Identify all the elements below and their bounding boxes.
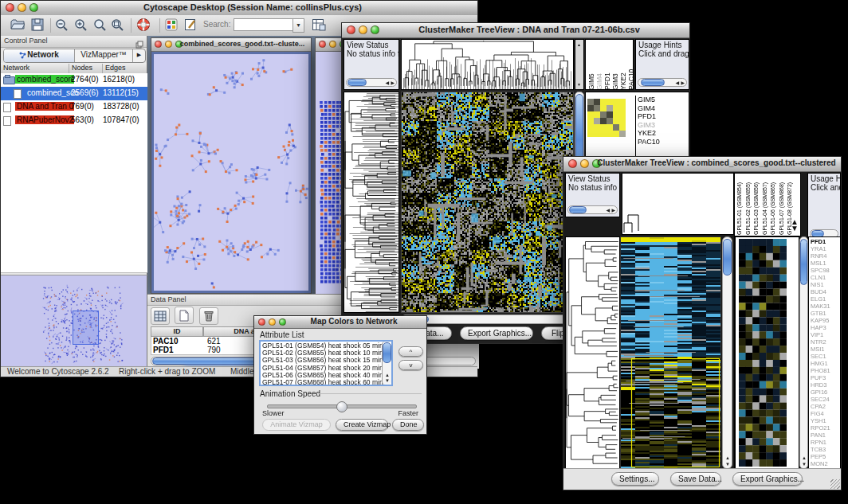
attribute-item[interactable]: GPL51-07 (GSM868) heat shock 60 min	[262, 379, 380, 386]
help-icon[interactable]	[136, 18, 151, 35]
gene-label[interactable]: GIM3	[638, 121, 689, 130]
gene-label[interactable]: SEC24	[811, 396, 830, 403]
search-input[interactable]	[234, 18, 296, 31]
gene-label[interactable]: HRD3	[811, 381, 830, 389]
create-vizmap-button[interactable]: Create Vizmap	[336, 419, 388, 431]
attribute-list-scrollbar[interactable]: ▲▼	[382, 342, 391, 385]
minimize-button[interactable]	[359, 25, 367, 34]
tab-more[interactable]: ▶	[133, 49, 145, 62]
main-titlebar[interactable]: Cytoscape Desktop (Session Name: collins…	[1, 1, 477, 16]
heatmap[interactable]	[620, 236, 721, 469]
column-dendrogram[interactable]	[622, 173, 734, 235]
gene-label[interactable]: FIG4	[811, 410, 830, 417]
column-dendrogram[interactable]	[401, 39, 574, 90]
treeview-dna-titlebar[interactable]: ClusterMaker TreeView : DNA and Tran 07-…	[342, 23, 689, 38]
resize-grip[interactable]	[830, 479, 840, 489]
correlation-matrix[interactable]	[587, 99, 626, 137]
slider-thumb[interactable]	[336, 401, 347, 412]
zoom-button[interactable]	[279, 318, 286, 326]
move-down-button[interactable]: v	[398, 360, 423, 370]
export-graphics-button[interactable]: Export Graphics...	[732, 472, 803, 486]
gene-label[interactable]: MON2	[811, 460, 830, 467]
gene-label[interactable]: MSI1	[811, 346, 830, 353]
trash-icon[interactable]	[199, 307, 218, 325]
network-row[interactable]: RNAPuberNov2+563(0)107847(0)	[1, 114, 147, 127]
map-colors-titlebar[interactable]: Map Colors to Network	[254, 316, 426, 329]
tab-network[interactable]: Network	[4, 49, 75, 62]
vizmapper-icon[interactable]	[165, 18, 179, 34]
gene-label[interactable]: ELG1	[811, 295, 830, 303]
network-view-titlebar[interactable]: combined_scores_good.txt--cluste...	[151, 38, 311, 52]
usage-hints-scrollbar[interactable]: ◀▶	[638, 78, 687, 87]
minimize-button[interactable]	[269, 318, 276, 326]
heatmap-vscrollbar[interactable]: ▲▼	[722, 236, 732, 469]
close-button[interactable]	[6, 3, 14, 12]
close-button[interactable]	[258, 318, 265, 326]
move-up-button[interactable]: ^	[398, 346, 423, 357]
view-status-scrollbar[interactable]: ◀▶	[567, 205, 618, 214]
network-row[interactable]: combined_sco2569(6)13112(15)	[1, 87, 147, 100]
save-data-button[interactable]: Save Data...	[670, 472, 721, 486]
gene-label[interactable]: HMG1	[811, 360, 830, 367]
zoom-heatmap[interactable]	[739, 239, 787, 467]
gene-label[interactable]: KAP95	[811, 317, 830, 324]
open-folder-icon[interactable]	[10, 18, 25, 34]
minimize-button[interactable]	[165, 41, 172, 48]
close-button[interactable]	[155, 41, 162, 48]
gene-label[interactable]: CPA2	[811, 403, 830, 410]
gene-label[interactable]: PFD1	[811, 238, 830, 245]
gene-label[interactable]: PUF3	[811, 374, 830, 381]
tab-vizmapper[interactable]: VizMapper™	[75, 49, 133, 62]
heatmap[interactable]	[401, 92, 574, 313]
gene-label[interactable]: PEP5	[811, 453, 830, 460]
gene-list-scrollbar[interactable]: ▲▼	[799, 236, 808, 469]
gene-label[interactable]: PAN1	[811, 432, 830, 439]
gene-label[interactable]: GIM4	[638, 104, 689, 113]
gene-label[interactable]: NIS1	[811, 281, 830, 288]
gene-label[interactable]: GIM5	[638, 96, 689, 104]
birdseye-view[interactable]	[1, 275, 147, 366]
save-icon[interactable]	[31, 18, 44, 34]
minimize-button[interactable]	[580, 159, 589, 168]
network-graph-canvas[interactable]	[154, 54, 308, 291]
gene-label[interactable]: TCB3	[811, 446, 830, 453]
network-row[interactable]: combined_scores_2764(0)16218(0)	[1, 73, 147, 87]
gene-label[interactable]: VIP1	[811, 331, 830, 338]
gene-label[interactable]: HAP3	[811, 324, 830, 331]
gene-label[interactable]: MAK31	[811, 303, 830, 310]
gene-label[interactable]: PAC10	[638, 138, 689, 147]
settings-button[interactable]: Settings...	[611, 472, 659, 486]
gene-label[interactable]: CLN1	[811, 274, 830, 281]
view-status-scrollbar[interactable]: ◀▶	[346, 78, 397, 87]
import-table-icon[interactable]	[312, 18, 326, 34]
gene-label[interactable]: PHO81	[811, 367, 830, 374]
treeview-combined-titlebar[interactable]: ClusterMaker TreeView : combined_scores_…	[563, 157, 841, 172]
gene-label[interactable]: BUD4	[811, 288, 830, 295]
gene-label[interactable]: YRA1	[811, 245, 830, 252]
gene-label[interactable]: YSH1	[811, 417, 830, 424]
minimize-button[interactable]	[329, 41, 336, 48]
close-button[interactable]	[347, 25, 355, 34]
row-dendrogram[interactable]	[565, 236, 620, 469]
data-table-header-id[interactable]: ID	[151, 326, 203, 337]
gene-label[interactable]: RPN1	[811, 439, 830, 446]
dendrogram-spinner[interactable]: ▲ ▼	[575, 39, 584, 90]
attribute-grid-icon[interactable]	[151, 307, 170, 325]
minimize-button[interactable]	[18, 3, 26, 12]
gene-label[interactable]: SEC1	[811, 353, 830, 360]
zoom-out-icon[interactable]	[55, 18, 69, 35]
zoom-in-icon[interactable]	[74, 18, 88, 35]
row-dendrogram[interactable]	[344, 92, 399, 313]
gene-label[interactable]: RPO21	[811, 424, 830, 432]
animate-vizmap-button[interactable]: Animate Vizmap	[262, 419, 331, 431]
gene-label[interactable]: GPI16	[811, 389, 830, 396]
close-button[interactable]	[568, 159, 577, 168]
close-button[interactable]	[319, 41, 326, 48]
new-document-icon[interactable]	[175, 307, 194, 324]
export-graphics-button[interactable]: Export Graphics...	[460, 326, 533, 340]
zoom-fit-icon[interactable]	[93, 18, 107, 35]
gene-label[interactable]: PFD1	[638, 112, 689, 121]
network-row[interactable]: DNA and Tran 07769(0)183728(0)	[1, 100, 147, 114]
gene-label[interactable]: YKE2	[638, 129, 689, 138]
attribute-listbox[interactable]: GPL51-01 (GSM854) heat shock 05 minGPL51…	[259, 340, 393, 386]
